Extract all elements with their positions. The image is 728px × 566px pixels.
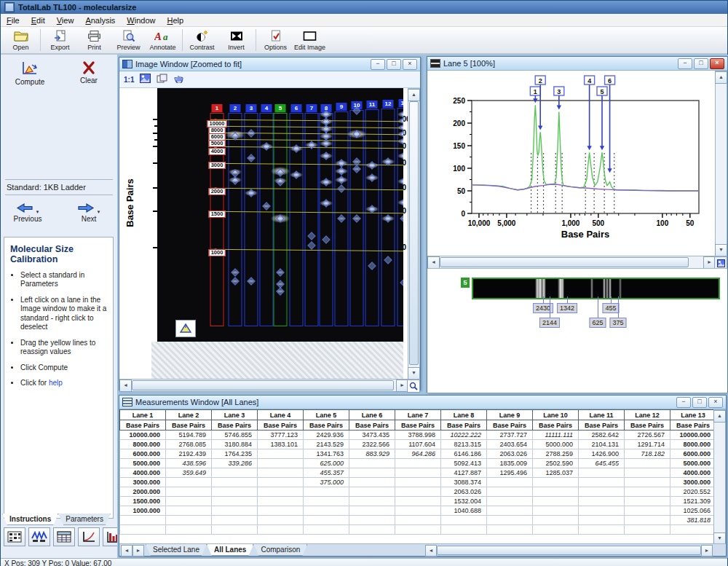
annotate-button[interactable]: AaAnnotate — [146, 27, 180, 53]
edit-image-button[interactable]: Edit Image — [293, 27, 327, 53]
measurements-tab-selected-lane[interactable]: Selected Lane — [146, 544, 207, 556]
maximize-button[interactable]: □ — [694, 58, 708, 69]
sidebar-tab-parameters[interactable]: Parameters — [58, 514, 111, 525]
standard-value-label[interactable]: 2000 — [209, 188, 226, 195]
chart-horizontal-scrollbar[interactable]: ◄ ► — [427, 256, 727, 268]
help-link[interactable]: help — [49, 379, 63, 387]
column-header-lane-12[interactable]: Lane 12 — [625, 410, 670, 420]
scroll-left-icon[interactable]: ◄ — [425, 545, 437, 557]
zoom-1-1-button[interactable]: 1:1 — [124, 76, 134, 84]
magnifier-button[interactable] — [407, 380, 420, 393]
column-header-lane-5[interactable]: Lane 5 — [304, 410, 349, 420]
lane-number-chip-2[interactable]: 2 — [230, 104, 241, 112]
column-header-lane-4[interactable]: Lane 4 — [258, 410, 304, 420]
lane-number-chip-1[interactable]: 1 — [212, 104, 223, 112]
scrollbar-thumb[interactable] — [409, 101, 419, 365]
strip-lane-image[interactable] — [472, 278, 720, 299]
options-button[interactable]: Options — [258, 27, 293, 53]
lane-number-chip-5[interactable]: 5 — [275, 104, 286, 112]
band-size-label[interactable]: 375 — [609, 318, 626, 328]
lane-number-chip-11[interactable]: 11 — [367, 101, 378, 109]
close-button[interactable]: × — [403, 59, 417, 70]
menu-item-window[interactable]: Window — [121, 15, 161, 25]
column-header-lane-6[interactable]: Lane 6 — [349, 410, 395, 420]
maximize-button[interactable]: □ — [387, 59, 401, 70]
scrollbar-thumb[interactable] — [440, 257, 689, 267]
open-button[interactable]: Open — [4, 27, 38, 53]
lane-number-chip-6[interactable]: 6 — [291, 104, 302, 112]
image-view-icon[interactable] — [140, 73, 151, 86]
column-header-lane-13[interactable]: Lane 13 — [670, 410, 716, 420]
band-size-label[interactable]: 2144 — [539, 318, 560, 328]
preview-button[interactable]: Preview — [111, 27, 146, 53]
pan-hand-icon[interactable] — [174, 73, 184, 86]
scrollbar-thumb[interactable] — [132, 380, 394, 390]
column-header-lane-2[interactable]: Lane 2 — [166, 410, 212, 420]
gel-horizontal-scrollbar[interactable]: ◄ ► — [119, 379, 420, 391]
gel-image[interactable]: 1234567891011121310000800060005000400030… — [157, 88, 403, 342]
lane-number-chip-4[interactable]: 4 — [261, 104, 272, 112]
next-button[interactable]: ▼ Next — [68, 203, 110, 223]
column-header-lane-1[interactable]: Lane 1 — [120, 410, 166, 420]
gel-vertical-scrollbar[interactable]: ▲ ▼ — [408, 88, 420, 379]
close-button[interactable]: × — [708, 397, 723, 408]
lane-number-chip-13[interactable]: 13 — [399, 99, 404, 107]
sidebar-tab-instructions[interactable]: Instructions — [2, 514, 58, 525]
scroll-up-icon[interactable]: ▲ — [408, 89, 420, 101]
standard-value-label[interactable]: 1500 — [209, 211, 226, 218]
lane-number-chip-9[interactable]: 9 — [336, 103, 347, 111]
previous-dropdown-icon[interactable]: ▼ — [36, 210, 40, 214]
column-header-lane-3[interactable]: Lane 3 — [212, 410, 258, 420]
scroll-down-icon[interactable]: ▼ — [715, 244, 727, 256]
image-window-titlebar[interactable]: Image Window [Zoomed to fit] − □ × — [119, 58, 420, 71]
table-view-icon[interactable] — [53, 527, 75, 546]
tab-scroll-left-icon[interactable]: ◄ — [121, 545, 132, 557]
maximize-button[interactable]: □ — [692, 397, 707, 408]
standard-value-label[interactable]: 4000 — [209, 148, 226, 155]
tab-scroll-right-icon[interactable]: ► — [132, 545, 144, 557]
column-header-lane-11[interactable]: Lane 11 — [579, 410, 625, 420]
scroll-up-icon[interactable]: ▲ — [715, 71, 727, 84]
next-dropdown-icon[interactable]: ▼ — [97, 210, 101, 214]
lane-window-titlebar[interactable]: Lane 5 [100%] − □ × — [427, 57, 727, 71]
column-header-lane-10[interactable]: Lane 10 — [533, 410, 579, 420]
measurements-tab-comparison[interactable]: Comparison — [253, 544, 307, 556]
contrast-button[interactable]: Contrast — [185, 27, 219, 53]
menu-item-help[interactable]: Help — [161, 15, 189, 25]
gel-lane-11[interactable] — [365, 109, 379, 326]
measurements-tab-all-lanes[interactable]: All Lanes — [207, 544, 253, 556]
chart-vertical-scrollbar[interactable]: ▲ ▼ — [715, 71, 727, 257]
menu-item-file[interactable]: File — [1, 15, 25, 25]
profile-view-icon[interactable] — [28, 527, 50, 546]
scroll-left-icon[interactable]: ◄ — [427, 256, 440, 269]
copy-pages-icon[interactable] — [157, 73, 168, 86]
column-header-lane-9[interactable]: Lane 9 — [487, 410, 533, 420]
clear-button[interactable]: Clear — [72, 60, 106, 84]
scroll-left-icon[interactable]: ◄ — [119, 380, 132, 392]
gel-lane-3[interactable] — [245, 113, 258, 326]
standard-value-label[interactable]: 5000 — [209, 140, 226, 147]
scroll-right-icon[interactable]: ► — [701, 545, 713, 557]
band-size-label[interactable]: 1342 — [557, 303, 577, 313]
compute-button[interactable]: Compute — [11, 60, 49, 86]
standard-value-label[interactable]: 3000 — [209, 162, 226, 169]
lane-number-chip-3[interactable]: 3 — [246, 104, 257, 112]
previous-button[interactable]: ▼ Previous — [7, 203, 49, 223]
curve-view-icon[interactable] — [78, 527, 100, 546]
print-button[interactable]: Print — [77, 27, 111, 53]
invert-button[interactable]: Invert — [219, 27, 253, 53]
scrollbar-thumb[interactable] — [437, 546, 701, 555]
marker-tool-icon[interactable] — [175, 320, 196, 337]
measurements-window-titlebar[interactable]: Measurements Window [All Lanes] − □ × — [119, 396, 726, 409]
scroll-up-icon[interactable]: ▲ — [713, 410, 726, 422]
scroll-down-icon[interactable]: ▼ — [408, 367, 420, 379]
band-size-label[interactable]: 625 — [589, 318, 606, 328]
lane-number-chip-7[interactable]: 7 — [306, 104, 317, 112]
minimize-button[interactable]: − — [678, 58, 692, 69]
table-vertical-scrollbar[interactable]: ▲ ▼ — [713, 409, 726, 544]
lanes-view-icon[interactable] — [4, 527, 25, 546]
column-header-lane-8[interactable]: Lane 8 — [441, 410, 487, 420]
band-size-label[interactable]: 455 — [602, 303, 619, 313]
scroll-down-icon[interactable]: ▼ — [713, 532, 726, 544]
column-header-lane-7[interactable]: Lane 7 — [395, 410, 441, 420]
